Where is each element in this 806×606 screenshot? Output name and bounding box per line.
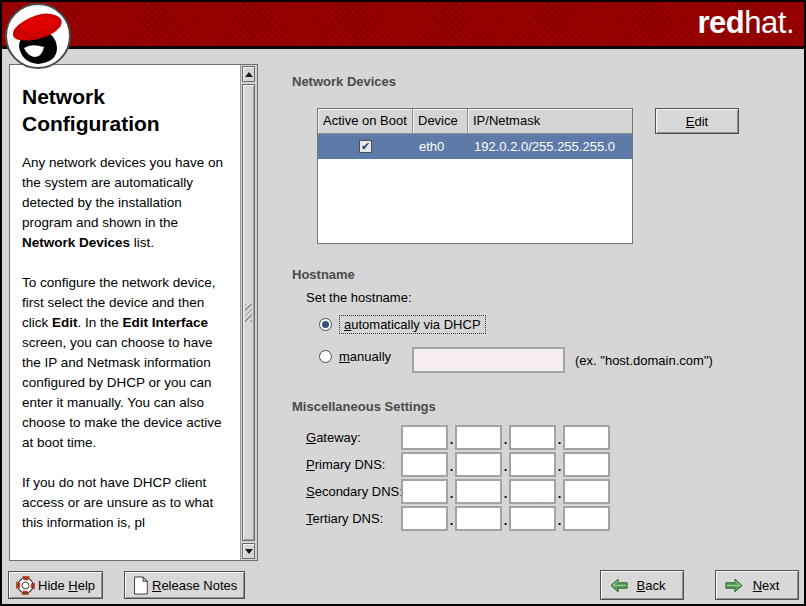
hostname-input[interactable] [412, 347, 565, 373]
gateway-octet-3[interactable] [509, 425, 556, 450]
network-devices-table: Active on Boot Device IP/Netmask ✔ eth0 … [317, 108, 633, 244]
redhat-wordmark: redhat. [698, 5, 794, 41]
scrollbar-thumb[interactable] [242, 84, 255, 541]
help-paragraphs: Any network devices you have on the syst… [22, 153, 236, 533]
primary-dns-octet-3[interactable] [509, 452, 556, 477]
octet-separator: . [448, 511, 455, 531]
installer-window: redhat. Network Configuration Any networ… [0, 0, 806, 606]
help-paragraph: If you do not have DHCP client access or… [22, 473, 234, 533]
column-header-active-on-boot: Active on Boot [318, 109, 413, 134]
hostname-hint: (ex. "host.domain.com") [575, 353, 713, 368]
manual-radio[interactable] [319, 350, 332, 363]
active-on-boot-cell: ✔ [318, 134, 413, 159]
gateway-octet-1[interactable] [401, 425, 448, 450]
secondary-dns-row: Secondary DNS: ... [306, 478, 610, 504]
hide-help-label: Hide Help [38, 578, 95, 593]
back-arrow-icon [610, 578, 628, 593]
next-label: Next [743, 578, 789, 593]
set-hostname-label: Set the hostname: [306, 290, 412, 305]
gateway-label: Gateway: [306, 430, 401, 445]
back-label: Back [628, 578, 674, 593]
release-notes-button[interactable]: Release Notes [124, 571, 245, 599]
tertiary-dns-octet-1[interactable] [401, 506, 448, 531]
gateway-octet-4[interactable] [563, 425, 610, 450]
octet-separator: . [556, 457, 563, 477]
tertiary-dns-octet-2[interactable] [455, 506, 502, 531]
tertiary-dns-octet-3[interactable] [509, 506, 556, 531]
octet-separator: . [502, 484, 509, 504]
scroll-up-button[interactable] [242, 66, 255, 82]
manual-radio-row: manually [319, 349, 391, 364]
device-cell: eth0 [413, 134, 468, 159]
network-devices-heading: Network Devices [292, 74, 396, 89]
secondary-dns-octet-2[interactable] [455, 479, 502, 504]
dhcp-radio-row: automatically via DHCP [319, 315, 486, 334]
primary-dns-octet-4[interactable] [563, 452, 610, 477]
document-icon [132, 576, 149, 595]
octet-separator: . [502, 511, 509, 531]
next-arrow-icon [725, 578, 743, 593]
octet-separator: . [502, 430, 509, 450]
gateway-octet-2[interactable] [455, 425, 502, 450]
dhcp-radio-label[interactable]: automatically via DHCP [339, 315, 486, 334]
help-title: Network Configuration [22, 83, 202, 137]
octet-separator: . [556, 430, 563, 450]
secondary-dns-label: Secondary DNS: [306, 484, 401, 499]
octet-separator: . [448, 484, 455, 504]
octet-separator: . [502, 457, 509, 477]
primary-dns-row: Primary DNS: ... [306, 451, 610, 477]
hide-help-button[interactable]: Hide Help [8, 571, 103, 599]
dhcp-radio[interactable] [319, 318, 332, 331]
life-buoy-icon [16, 576, 35, 595]
release-notes-label: Release Notes [152, 578, 237, 593]
wordmark-light: hat. [744, 5, 794, 40]
help-scrollbar [240, 65, 257, 560]
edit-button[interactable]: Edit [655, 108, 739, 134]
primary-dns-octet-1[interactable] [401, 452, 448, 477]
octet-separator: . [448, 430, 455, 450]
table-row-eth0[interactable]: ✔ eth0 192.0.2.0/255.255.255.0 [318, 134, 632, 159]
primary-dns-octet-2[interactable] [455, 452, 502, 477]
secondary-dns-octet-1[interactable] [401, 479, 448, 504]
help-paragraph: To configure the network device, first s… [22, 273, 234, 453]
octet-separator: . [556, 484, 563, 504]
tertiary-dns-octet-4[interactable] [563, 506, 610, 531]
back-button[interactable]: Back [600, 570, 684, 600]
next-button[interactable]: Next [715, 570, 799, 600]
help-content: Network Configuration Any network device… [10, 65, 240, 560]
banner: redhat. [2, 2, 804, 49]
primary-dns-label: Primary DNS: [306, 457, 401, 472]
redhat-shadowman-logo-icon [4, 2, 72, 70]
hostname-heading: Hostname [292, 267, 355, 282]
help-paragraph: Any network devices you have on the syst… [22, 153, 234, 253]
scrollbar-grip-icon [245, 304, 252, 322]
gateway-row: Gateway: ... [306, 424, 610, 450]
wordmark-bold: red [698, 5, 745, 40]
manual-radio-label[interactable]: manually [339, 349, 391, 364]
help-panel: Network Configuration Any network device… [9, 64, 258, 561]
scroll-down-button[interactable] [242, 543, 255, 559]
ip-netmask-cell: 192.0.2.0/255.255.255.0 [468, 134, 632, 159]
misc-settings-heading: Miscellaneous Settings [292, 399, 436, 414]
octet-separator: . [448, 457, 455, 477]
up-arrow-icon [245, 72, 253, 77]
active-on-boot-checkbox[interactable]: ✔ [359, 140, 372, 153]
column-header-ip-netmask: IP/Netmask [468, 109, 632, 134]
down-arrow-icon [245, 549, 253, 554]
tertiary-dns-row: Tertiary DNS: ... [306, 505, 610, 531]
table-header-row: Active on Boot Device IP/Netmask [318, 109, 632, 134]
tertiary-dns-label: Tertiary DNS: [306, 511, 401, 526]
secondary-dns-octet-4[interactable] [563, 479, 610, 504]
secondary-dns-octet-3[interactable] [509, 479, 556, 504]
column-header-device: Device [413, 109, 468, 134]
octet-separator: . [556, 511, 563, 531]
